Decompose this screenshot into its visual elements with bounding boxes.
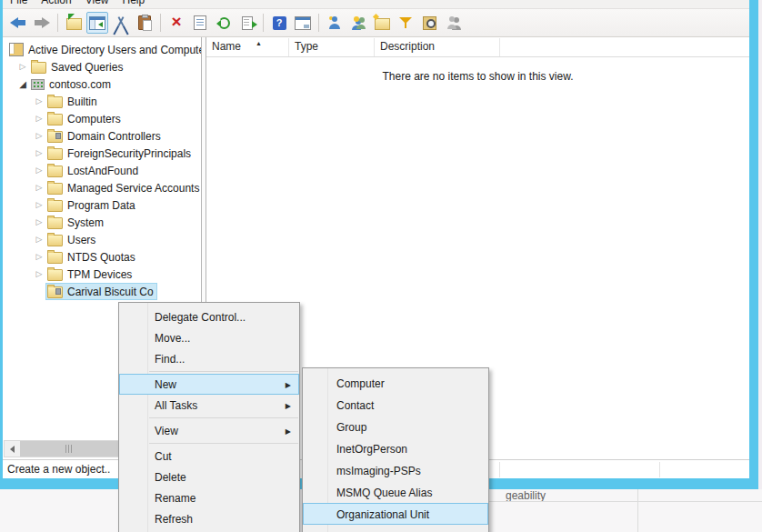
- new-submenu-item-msimaging-psps[interactable]: msImaging-PSPs: [303, 459, 488, 481]
- tree-item-computers[interactable]: ▷Computers: [3, 110, 201, 127]
- expander-collapsed-icon[interactable]: ▷: [33, 93, 45, 110]
- context-menu-item-find[interactable]: Find...: [119, 348, 299, 369]
- tree-item-inner: Active Directory Users and Computers: [7, 41, 201, 58]
- forward-icon: [34, 17, 50, 28]
- export-list-button[interactable]: [236, 12, 258, 34]
- menu-item-label: All Tasks: [155, 399, 197, 412]
- column-header-type[interactable]: Type: [289, 38, 375, 56]
- tree-item-carival-biscuit-co[interactable]: Carival Biscuit Co: [3, 283, 201, 300]
- new-submenu-item-inetorgperson[interactable]: InetOrgPerson: [303, 437, 488, 459]
- context-menu-item-refresh[interactable]: Refresh: [119, 508, 299, 529]
- folder-icon: [47, 166, 63, 177]
- new-submenu-item-printer[interactable]: Printer: [303, 525, 488, 532]
- menu-item-label: Delete: [155, 471, 186, 484]
- properties-button[interactable]: [189, 12, 211, 34]
- expander-collapsed-icon[interactable]: ▷: [33, 248, 45, 266]
- expander-collapsed-icon[interactable]: ▷: [33, 266, 45, 283]
- tree-item-ntds-quotas[interactable]: ▷NTDS Quotas: [3, 248, 201, 266]
- expander-collapsed-icon[interactable]: ▷: [33, 110, 45, 127]
- context-menu-item-delegate-control[interactable]: Delegate Control...: [119, 306, 299, 327]
- back-button[interactable]: [7, 12, 29, 34]
- tree-item-lostandfound[interactable]: ▷LostAndFound: [3, 162, 201, 179]
- tree-item-saved-queries[interactable]: ▷Saved Queries: [3, 58, 201, 75]
- refresh-button[interactable]: [213, 12, 235, 34]
- status-text: Create a new object..: [7, 463, 110, 476]
- menubar-item-help[interactable]: Help: [123, 0, 145, 9]
- new-ou-icon: [375, 18, 390, 30]
- context-menu-item-view[interactable]: View▶: [119, 420, 299, 441]
- expander-collapsed-icon[interactable]: ▷: [33, 214, 45, 231]
- tree-item-label: TPM Devices: [67, 268, 132, 281]
- menu-item-label: Contact: [336, 399, 374, 412]
- tree-item-label: Active Directory Users and Computers: [28, 44, 201, 56]
- find-button[interactable]: [418, 12, 440, 34]
- expander-collapsed-icon[interactable]: ▷: [33, 179, 45, 196]
- delete-icon: ×: [169, 15, 184, 30]
- expander-expanded-icon[interactable]: ◢: [16, 75, 29, 93]
- tree-item-foreignsecurityprincipals[interactable]: ▷ForeignSecurityPrincipals: [3, 145, 201, 162]
- context-menu-item-move[interactable]: Move...: [119, 327, 299, 348]
- menubar-item-file[interactable]: File: [10, 0, 27, 9]
- tree-item-active-directory-users-and-computers[interactable]: Active Directory Users and Computers: [3, 41, 201, 58]
- new-submenu-item-computer[interactable]: Computer: [303, 372, 488, 394]
- column-header-name[interactable]: Name▲: [206, 38, 289, 56]
- expander-collapsed-icon[interactable]: ▷: [33, 127, 45, 145]
- context-menu-item-all-tasks[interactable]: All Tasks▶: [119, 395, 299, 416]
- menubar-item-view[interactable]: View: [85, 0, 109, 9]
- find-icon: [423, 16, 436, 30]
- context-menu-item-cut[interactable]: Cut: [119, 446, 299, 467]
- column-header-description[interactable]: Description: [375, 38, 500, 56]
- tree-item-label: Users: [67, 234, 95, 246]
- folder-icon: [47, 148, 63, 160]
- cut-button[interactable]: [110, 12, 132, 34]
- tree: Active Directory Users and Computers▷Sav…: [3, 37, 201, 300]
- new-group-button[interactable]: [347, 12, 369, 34]
- tree-item-inner: NTDS Quotas: [45, 248, 139, 266]
- tree-item-inner: LostAndFound: [45, 162, 142, 179]
- toolbar-separator: [57, 14, 58, 32]
- expander-collapsed-icon[interactable]: ▷: [33, 196, 45, 214]
- context-menu-item-delete[interactable]: Delete: [119, 467, 299, 487]
- expander-collapsed-icon[interactable]: ▷: [16, 58, 29, 75]
- submenu-arrow-icon: ▶: [286, 421, 291, 442]
- tree-item-builtin[interactable]: ▷Builtin: [3, 93, 201, 110]
- scrollbar-thumb[interactable]: [20, 441, 118, 457]
- expander-collapsed-icon[interactable]: ▷: [33, 145, 45, 162]
- set-filter-button[interactable]: [395, 12, 416, 34]
- tree-item-contoso-com[interactable]: ◢contoso.com: [3, 75, 201, 93]
- new-window-button[interactable]: [292, 12, 314, 34]
- help-button[interactable]: ?: [268, 12, 290, 34]
- tree-item-domain-controllers[interactable]: ▷Domain Controllers: [3, 127, 201, 145]
- expander-collapsed-icon[interactable]: ▷: [33, 162, 45, 179]
- submenu-arrow-icon: ▶: [286, 375, 291, 396]
- status-pane-separator: [659, 462, 660, 477]
- show-console-tree-button[interactable]: [86, 12, 108, 34]
- delete-button[interactable]: ×: [165, 12, 187, 34]
- new-submenu-item-organizational-unit[interactable]: Organizational Unit: [303, 503, 488, 525]
- tree-item-managed-service-accounts[interactable]: ▷Managed Service Accounts: [3, 179, 201, 196]
- scroll-left-button[interactable]: [5, 441, 19, 457]
- background-partial-text: geability: [506, 489, 546, 502]
- new-submenu-item-contact[interactable]: Contact: [303, 394, 488, 416]
- back-icon: [10, 17, 26, 28]
- special-permissions-button[interactable]: [442, 12, 464, 34]
- folder-icon: [31, 62, 46, 74]
- tree-item-tpm-devices[interactable]: ▷TPM Devices: [3, 266, 201, 283]
- up-one-level-button[interactable]: [63, 12, 85, 34]
- context-menu-item-new[interactable]: New▶: [119, 374, 299, 395]
- tree-item-users[interactable]: ▷Users: [3, 231, 201, 248]
- expander-collapsed-icon[interactable]: ▷: [33, 231, 45, 248]
- tree-item-program-data[interactable]: ▷Program Data: [3, 196, 201, 214]
- tree-item-system[interactable]: ▷System: [3, 214, 201, 231]
- new-user-button[interactable]: [324, 12, 346, 34]
- context-menu-item-rename[interactable]: Rename: [119, 487, 299, 508]
- context-menu: Delegate Control...Move...Find...New▶All…: [118, 302, 300, 532]
- new-submenu-item-msmq-queue-alias[interactable]: MSMQ Queue Alias: [303, 481, 488, 503]
- tree-item-label: System: [67, 216, 104, 229]
- new-submenu-item-group[interactable]: Group: [303, 416, 488, 437]
- menubar-item-action[interactable]: Action: [41, 0, 71, 9]
- new-organizational-unit-button[interactable]: [371, 12, 393, 34]
- paste-button[interactable]: [134, 12, 155, 34]
- tree-item-label: Carival Biscuit Co: [67, 286, 154, 298]
- forward-button[interactable]: [31, 12, 53, 34]
